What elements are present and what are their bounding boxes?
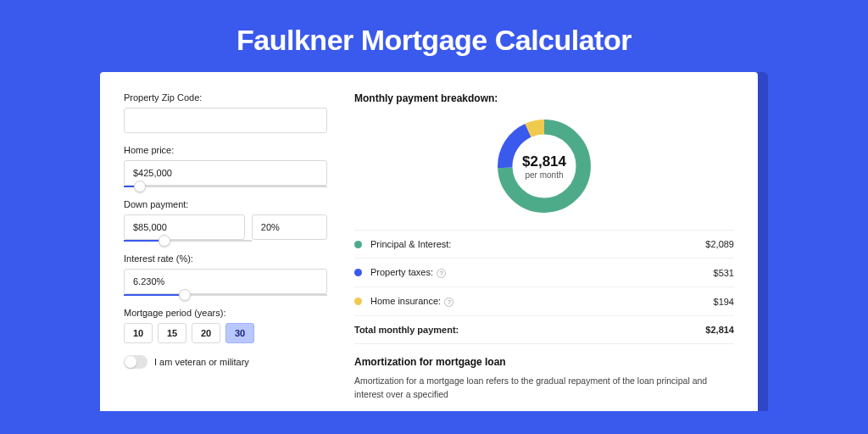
period-15[interactable]: 15 <box>158 323 186 343</box>
legend-value: $531 <box>714 268 734 278</box>
home-price-field: Home price: <box>124 145 327 187</box>
legend-total-value: $2,814 <box>705 325 734 335</box>
down-payment-input[interactable] <box>124 214 245 240</box>
legend-value: $2,089 <box>705 239 734 249</box>
dot-icon <box>354 241 362 248</box>
veteran-label: I am veteran or military <box>154 357 249 367</box>
home-price-label: Home price: <box>124 145 327 155</box>
home-price-slider-knob[interactable] <box>134 181 146 192</box>
zip-input[interactable] <box>124 108 327 133</box>
period-30[interactable]: 30 <box>225 323 254 343</box>
veteran-toggle[interactable] <box>124 355 147 369</box>
calculator-card: Property Zip Code: Home price: Down paym… <box>100 72 758 411</box>
interest-slider-knob[interactable] <box>179 289 191 301</box>
info-icon[interactable]: ? <box>437 269 446 278</box>
interest-field: Interest rate (%): <box>124 253 327 296</box>
down-payment-slider-knob[interactable] <box>159 235 170 247</box>
donut-center: $2,814 per month <box>492 114 596 218</box>
donut-wrap: $2,814 per month <box>354 109 734 230</box>
dot-icon <box>354 298 362 305</box>
info-icon[interactable]: ? <box>444 298 453 307</box>
legend-label: Principal & Interest: <box>370 239 451 249</box>
legend-label: Property taxes:? <box>370 267 446 278</box>
amort-title: Amortization for mortgage loan <box>354 356 734 368</box>
veteran-row: I am veteran or military <box>124 355 327 369</box>
page-title: Faulkner Mortgage Calculator <box>0 0 868 72</box>
form-panel: Property Zip Code: Home price: Down paym… <box>124 92 327 411</box>
legend-row-taxes: Property taxes:? $531 <box>354 259 734 287</box>
interest-input[interactable] <box>124 269 327 294</box>
interest-label: Interest rate (%): <box>124 253 327 264</box>
legend-row-total: Total monthly payment: $2,814 <box>354 316 734 344</box>
donut-chart: $2,814 per month <box>492 114 596 218</box>
legend: Principal & Interest: $2,089 Property ta… <box>354 230 734 344</box>
period-options: 10 15 20 30 <box>124 323 327 343</box>
home-price-input[interactable] <box>124 160 327 186</box>
amort-text: Amortization for a mortgage loan refers … <box>354 375 734 402</box>
dot-icon <box>354 269 362 276</box>
zip-label: Property Zip Code: <box>124 92 327 103</box>
period-10[interactable]: 10 <box>124 323 153 343</box>
legend-value: $194 <box>714 297 734 307</box>
legend-row-principal: Principal & Interest: $2,089 <box>354 231 734 259</box>
down-payment-label: Down payment: <box>124 199 327 209</box>
legend-row-insurance: Home insurance:? $194 <box>354 287 734 316</box>
breakdown-panel: Monthly payment breakdown: $2,814 per mo… <box>354 92 734 411</box>
down-payment-slider[interactable] <box>124 240 252 242</box>
home-price-slider[interactable] <box>124 186 327 187</box>
donut-amount: $2,814 <box>522 153 566 170</box>
period-field: Mortgage period (years): 10 15 20 30 <box>124 308 327 343</box>
period-label: Mortgage period (years): <box>124 308 327 318</box>
donut-sub: per month <box>525 170 563 180</box>
interest-slider[interactable] <box>124 294 327 296</box>
down-payment-pct-input[interactable] <box>252 214 327 240</box>
zip-field: Property Zip Code: <box>124 92 327 133</box>
period-20[interactable]: 20 <box>192 323 220 343</box>
breakdown-title: Monthly payment breakdown: <box>354 92 734 104</box>
legend-total-label: Total monthly payment: <box>354 325 459 335</box>
legend-label: Home insurance:? <box>370 296 453 307</box>
card-shadow: Property Zip Code: Home price: Down paym… <box>100 72 768 411</box>
down-payment-field: Down payment: <box>124 199 327 242</box>
